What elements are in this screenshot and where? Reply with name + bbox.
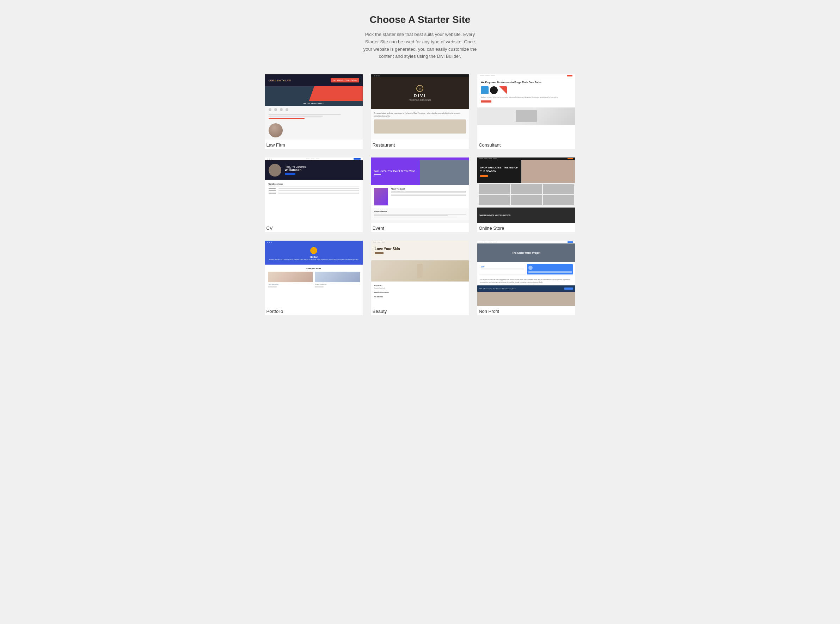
event-sched-line-1	[374, 214, 466, 215]
cv-dots	[267, 159, 272, 160]
np-bottom-image	[477, 292, 575, 306]
preview-store: SHOP THE LATEST TRENDS OF THE SEASON WHE…	[477, 158, 575, 223]
cv-content: Work Experience	[265, 180, 363, 223]
event-schedule-title: Event Schedule	[374, 210, 466, 212]
beauty-features: Why Divi? Vitamin Enriched Attention to …	[371, 281, 469, 306]
law-content	[265, 106, 363, 139]
rest-description: An award-winning dining experience in th…	[374, 112, 466, 117]
card-online-store[interactable]: SHOP THE LATEST TRENDS OF THE SEASON WHE…	[477, 158, 575, 232]
cons-nav-1	[480, 76, 484, 76]
page-title: Choose A Starter Site	[7, 14, 833, 25]
port-greeting: Hello!	[269, 255, 359, 259]
event-hero-text: Join Us For The Event Of The Year!	[371, 160, 420, 185]
card-restaurant[interactable]: D DIVI FINE DINING EXPERIENCE An award-w…	[371, 74, 469, 149]
cons-navbar	[477, 74, 575, 77]
beauty-nav-3	[382, 242, 385, 242]
rest-brand: DIVI	[414, 93, 426, 98]
store-nav-2	[484, 158, 487, 159]
port-work-img-2	[315, 272, 360, 282]
port-work-label-2: Mirage Candle Co.	[315, 283, 360, 285]
law-icons	[269, 108, 359, 111]
preview-cv: Hello, I'm Cameron Williamson Work Exper…	[265, 158, 363, 223]
store-product-3	[543, 184, 574, 194]
law-tagline: WE GOT YOU COVERED	[265, 101, 363, 106]
rest-dot-1	[374, 75, 375, 76]
np-cards-section: 1SM	[477, 262, 575, 276]
beauty-feature-title-1: Why Divi?	[374, 284, 466, 286]
event-top-bar	[371, 158, 469, 160]
np-card-1: 1SM	[480, 264, 526, 275]
cons-nav-3	[491, 76, 495, 76]
beauty-product-bottle	[418, 264, 422, 278]
store-fashion-banner: WHERE FASHION MEETS FUNCTION	[477, 207, 575, 223]
preview-law-firm: DOE & SMITH LAW GET A FREE CONSULTATION …	[265, 74, 363, 139]
cv-row-val-1	[278, 188, 359, 189]
card-cv[interactable]: Hello, I'm Cameron Williamson Work Exper…	[265, 158, 363, 232]
cv-row-4	[269, 193, 359, 194]
store-product-6	[543, 195, 574, 205]
law-brand: DOE & SMITH LAW	[269, 79, 291, 82]
rest-content: An award-winning dining experience in th…	[371, 109, 469, 139]
preview-consultant: We Empower Businesses to Forge Their Own…	[477, 74, 575, 139]
cons-nav-items	[480, 76, 495, 76]
event-hero-img	[420, 160, 469, 185]
cons-laptop-section	[477, 108, 575, 125]
cv-nav	[306, 159, 319, 159]
np-mission-section: Our mission is to ensure that every pers…	[477, 276, 575, 286]
np-card-icon	[528, 266, 533, 270]
card-event[interactable]: Join Us For The Event Of The Year! About…	[371, 158, 469, 232]
rest-dot-2	[376, 75, 377, 76]
label-online-store: Online Store	[477, 223, 575, 232]
event-about-section: About The Event	[371, 185, 469, 208]
label-beauty: Beauty	[371, 306, 469, 315]
store-nav-3	[489, 158, 492, 159]
port-dot-2	[269, 242, 270, 243]
store-product-1	[479, 184, 510, 194]
label-law-firm: Law Firm	[265, 139, 363, 149]
cv-hero-text: Hello, I'm Cameron Williamson	[285, 165, 306, 175]
port-works-grid: Trinty Beauty Co. Mirage Candle Co.	[268, 272, 360, 287]
store-banner-text: WHERE FASHION MEETS FUNCTION	[480, 214, 510, 216]
port-work-btn-1	[268, 286, 277, 287]
law-btn	[269, 118, 305, 119]
store-nav-4	[493, 158, 497, 159]
beauty-product-section	[371, 260, 469, 281]
label-non-profit: Non Profit	[477, 306, 575, 315]
np-card-line-1b	[481, 270, 524, 270]
law-icon-4	[286, 108, 288, 111]
card-non-profit[interactable]: The Clean Water Project 1SM Our m	[477, 241, 575, 315]
np-nav-3	[489, 242, 492, 242]
store-nav-items	[480, 158, 497, 159]
event-about-img	[374, 188, 388, 205]
beauty-feature-2: Attention to Detail	[374, 291, 466, 293]
rest-dot-3	[378, 75, 380, 76]
cv-dot-3	[271, 159, 272, 160]
cv-nav-2	[311, 159, 314, 159]
store-nav-1	[480, 158, 483, 159]
cv-greeting: Hello, I'm Cameron	[285, 165, 306, 168]
cons-icon-red	[499, 86, 507, 94]
card-portfolio[interactable]: Hello! My name is Brian, I'm a Senior Pr…	[265, 241, 363, 315]
cv-row-label-4	[269, 193, 275, 194]
cv-dot-1	[267, 159, 268, 160]
cv-row-label-1	[269, 188, 275, 189]
page-header: Choose A Starter Site Pick the starter s…	[7, 14, 833, 60]
port-description: My name is Brian, I'm a Senior Product D…	[269, 259, 359, 261]
port-dot-3	[271, 242, 272, 243]
card-consultant[interactable]: We Empower Businesses to Forge Their Own…	[477, 74, 575, 149]
event-hero: Join Us For The Event Of The Year!	[371, 160, 469, 185]
cons-cta-btn	[481, 100, 491, 102]
card-law-firm[interactable]: DOE & SMITH LAW GET A FREE CONSULTATION …	[265, 74, 363, 149]
np-nav-items	[480, 242, 497, 242]
np-cta-button	[565, 287, 573, 290]
beauty-headline: Love Your Skin	[375, 247, 465, 251]
cons-nav-2	[486, 76, 490, 76]
law-icon-2	[274, 108, 277, 111]
port-work-1: Trinty Beauty Co.	[268, 272, 313, 287]
store-product-grid	[477, 183, 575, 207]
law-line-2	[269, 116, 323, 117]
page-container: Choose A Starter Site Pick the starter s…	[7, 14, 833, 315]
card-beauty[interactable]: Love Your Skin Why Divi? Vitamin Enriche…	[371, 241, 469, 315]
law-icon-1	[269, 108, 271, 111]
store-hero-img	[521, 160, 575, 183]
